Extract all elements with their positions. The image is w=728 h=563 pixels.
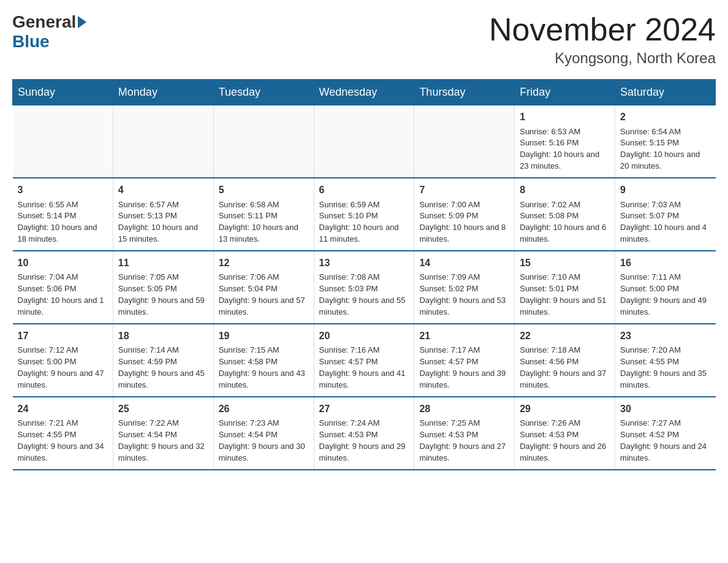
calendar-cell: 14Sunrise: 7:09 AM Sunset: 5:02 PM Dayli… xyxy=(414,251,515,324)
calendar-table: SundayMondayTuesdayWednesdayThursdayFrid… xyxy=(12,79,716,470)
calendar-cell: 25Sunrise: 7:22 AM Sunset: 4:54 PM Dayli… xyxy=(113,397,213,470)
calendar-header: SundayMondayTuesdayWednesdayThursdayFrid… xyxy=(13,80,716,105)
calendar-cell: 10Sunrise: 7:04 AM Sunset: 5:06 PM Dayli… xyxy=(13,251,113,324)
day-info: Sunrise: 7:12 AM Sunset: 5:00 PM Dayligh… xyxy=(18,345,104,389)
calendar-cell: 22Sunrise: 7:18 AM Sunset: 4:56 PM Dayli… xyxy=(515,324,615,397)
logo-arrow-icon xyxy=(78,16,86,28)
day-info: Sunrise: 7:25 AM Sunset: 4:53 PM Dayligh… xyxy=(419,418,506,462)
logo-general-text: General xyxy=(12,12,76,32)
day-number: 21 xyxy=(419,329,509,343)
day-info: Sunrise: 7:10 AM Sunset: 5:01 PM Dayligh… xyxy=(520,272,606,316)
calendar-cell: 1Sunrise: 6:53 AM Sunset: 5:16 PM Daylig… xyxy=(515,105,615,178)
weekday-header-thursday: Thursday xyxy=(414,80,515,105)
day-info: Sunrise: 6:59 AM Sunset: 5:10 PM Dayligh… xyxy=(319,200,399,244)
calendar-cell xyxy=(113,105,213,178)
day-number: 7 xyxy=(419,183,509,197)
weekday-header-tuesday: Tuesday xyxy=(213,80,314,105)
location-title: Kyongsong, North Korea xyxy=(489,50,716,67)
calendar-cell: 27Sunrise: 7:24 AM Sunset: 4:53 PM Dayli… xyxy=(314,397,414,470)
calendar-cell: 30Sunrise: 7:27 AM Sunset: 4:52 PM Dayli… xyxy=(615,397,716,470)
calendar-cell: 20Sunrise: 7:16 AM Sunset: 4:57 PM Dayli… xyxy=(314,324,414,397)
calendar-week-row: 3Sunrise: 6:55 AM Sunset: 5:14 PM Daylig… xyxy=(13,178,716,251)
calendar-cell: 28Sunrise: 7:25 AM Sunset: 4:53 PM Dayli… xyxy=(414,397,515,470)
calendar-cell xyxy=(314,105,414,178)
day-number: 18 xyxy=(118,329,208,343)
day-info: Sunrise: 7:04 AM Sunset: 5:06 PM Dayligh… xyxy=(18,272,104,316)
calendar-cell: 15Sunrise: 7:10 AM Sunset: 5:01 PM Dayli… xyxy=(515,251,615,324)
day-info: Sunrise: 7:27 AM Sunset: 4:52 PM Dayligh… xyxy=(620,418,707,462)
day-number: 8 xyxy=(520,183,610,197)
day-info: Sunrise: 7:21 AM Sunset: 4:55 PM Dayligh… xyxy=(18,418,104,462)
day-number: 1 xyxy=(520,110,610,124)
calendar-cell: 18Sunrise: 7:14 AM Sunset: 4:59 PM Dayli… xyxy=(113,324,213,397)
calendar-cell: 11Sunrise: 7:05 AM Sunset: 5:05 PM Dayli… xyxy=(113,251,213,324)
logo: General Blue xyxy=(12,12,88,52)
calendar-week-row: 10Sunrise: 7:04 AM Sunset: 5:06 PM Dayli… xyxy=(13,251,716,324)
calendar-cell: 9Sunrise: 7:03 AM Sunset: 5:07 PM Daylig… xyxy=(615,178,716,251)
day-info: Sunrise: 6:58 AM Sunset: 5:11 PM Dayligh… xyxy=(219,200,298,244)
day-number: 30 xyxy=(620,402,710,416)
calendar-cell xyxy=(13,105,113,178)
calendar-cell: 13Sunrise: 7:08 AM Sunset: 5:03 PM Dayli… xyxy=(314,251,414,324)
day-info: Sunrise: 7:03 AM Sunset: 5:07 PM Dayligh… xyxy=(620,200,707,244)
day-number: 6 xyxy=(319,183,409,197)
day-number: 20 xyxy=(319,329,409,343)
month-title: November 2024 xyxy=(489,12,716,47)
day-number: 16 xyxy=(620,256,710,270)
calendar-cell: 26Sunrise: 7:23 AM Sunset: 4:54 PM Dayli… xyxy=(213,397,314,470)
day-info: Sunrise: 7:16 AM Sunset: 4:57 PM Dayligh… xyxy=(319,345,406,389)
day-number: 15 xyxy=(520,256,610,270)
calendar-cell: 16Sunrise: 7:11 AM Sunset: 5:00 PM Dayli… xyxy=(615,251,716,324)
day-number: 17 xyxy=(18,329,108,343)
weekday-header-saturday: Saturday xyxy=(615,80,716,105)
day-info: Sunrise: 7:11 AM Sunset: 5:00 PM Dayligh… xyxy=(620,272,707,316)
calendar-week-row: 1Sunrise: 6:53 AM Sunset: 5:16 PM Daylig… xyxy=(13,105,716,178)
day-info: Sunrise: 7:09 AM Sunset: 5:02 PM Dayligh… xyxy=(419,272,506,316)
day-number: 13 xyxy=(319,256,409,270)
logo-blue-text: Blue xyxy=(12,32,50,51)
calendar-cell: 2Sunrise: 6:54 AM Sunset: 5:15 PM Daylig… xyxy=(615,105,716,178)
day-info: Sunrise: 7:05 AM Sunset: 5:05 PM Dayligh… xyxy=(118,272,205,316)
weekday-header-monday: Monday xyxy=(113,80,213,105)
calendar-cell: 17Sunrise: 7:12 AM Sunset: 5:00 PM Dayli… xyxy=(13,324,113,397)
day-number: 25 xyxy=(118,402,208,416)
calendar-cell: 29Sunrise: 7:26 AM Sunset: 4:53 PM Dayli… xyxy=(515,397,615,470)
day-info: Sunrise: 6:53 AM Sunset: 5:16 PM Dayligh… xyxy=(520,127,599,171)
calendar-week-row: 17Sunrise: 7:12 AM Sunset: 5:00 PM Dayli… xyxy=(13,324,716,397)
day-info: Sunrise: 7:15 AM Sunset: 4:58 PM Dayligh… xyxy=(219,345,305,389)
day-number: 3 xyxy=(18,183,108,197)
day-number: 29 xyxy=(520,402,610,416)
day-number: 5 xyxy=(219,183,309,197)
day-number: 4 xyxy=(118,183,208,197)
calendar-cell: 21Sunrise: 7:17 AM Sunset: 4:57 PM Dayli… xyxy=(414,324,515,397)
weekday-header-friday: Friday xyxy=(515,80,615,105)
day-number: 14 xyxy=(419,256,509,270)
day-number: 2 xyxy=(620,110,710,124)
day-number: 12 xyxy=(219,256,309,270)
weekday-header-wednesday: Wednesday xyxy=(314,80,414,105)
day-number: 9 xyxy=(620,183,710,197)
day-info: Sunrise: 7:22 AM Sunset: 4:54 PM Dayligh… xyxy=(118,418,205,462)
day-number: 23 xyxy=(620,329,710,343)
day-info: Sunrise: 7:14 AM Sunset: 4:59 PM Dayligh… xyxy=(118,345,205,389)
day-number: 24 xyxy=(18,402,108,416)
day-info: Sunrise: 7:08 AM Sunset: 5:03 PM Dayligh… xyxy=(319,272,406,316)
day-number: 22 xyxy=(520,329,610,343)
day-info: Sunrise: 7:02 AM Sunset: 5:08 PM Dayligh… xyxy=(520,200,606,244)
day-info: Sunrise: 7:23 AM Sunset: 4:54 PM Dayligh… xyxy=(219,418,305,462)
calendar-body: 1Sunrise: 6:53 AM Sunset: 5:16 PM Daylig… xyxy=(13,105,716,470)
day-info: Sunrise: 7:17 AM Sunset: 4:57 PM Dayligh… xyxy=(419,345,506,389)
day-number: 26 xyxy=(219,402,309,416)
calendar-cell: 4Sunrise: 6:57 AM Sunset: 5:13 PM Daylig… xyxy=(113,178,213,251)
calendar-cell: 5Sunrise: 6:58 AM Sunset: 5:11 PM Daylig… xyxy=(213,178,314,251)
calendar-cell: 24Sunrise: 7:21 AM Sunset: 4:55 PM Dayli… xyxy=(13,397,113,470)
calendar-week-row: 24Sunrise: 7:21 AM Sunset: 4:55 PM Dayli… xyxy=(13,397,716,470)
calendar-cell xyxy=(414,105,515,178)
calendar-cell: 12Sunrise: 7:06 AM Sunset: 5:04 PM Dayli… xyxy=(213,251,314,324)
calendar-cell: 23Sunrise: 7:20 AM Sunset: 4:55 PM Dayli… xyxy=(615,324,716,397)
weekday-header-row: SundayMondayTuesdayWednesdayThursdayFrid… xyxy=(13,80,716,105)
calendar-cell: 19Sunrise: 7:15 AM Sunset: 4:58 PM Dayli… xyxy=(213,324,314,397)
day-info: Sunrise: 7:00 AM Sunset: 5:09 PM Dayligh… xyxy=(419,200,506,244)
day-info: Sunrise: 6:55 AM Sunset: 5:14 PM Dayligh… xyxy=(18,200,97,244)
day-info: Sunrise: 7:24 AM Sunset: 4:53 PM Dayligh… xyxy=(319,418,406,462)
